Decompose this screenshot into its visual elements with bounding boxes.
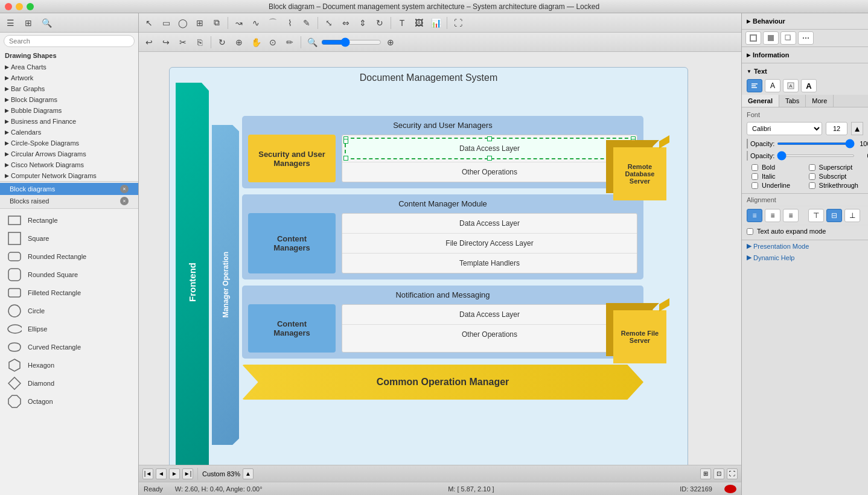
subscript-check[interactable] (809, 173, 815, 180)
opacity-slider2[interactable] (777, 155, 855, 157)
close-button[interactable] (5, 3, 12, 10)
tab-more[interactable]: More (806, 95, 834, 107)
shape-square[interactable]: Square (0, 229, 138, 248)
font-size-up[interactable]: ▲ (851, 122, 863, 135)
align-middle-btn[interactable]: ⊟ (826, 209, 842, 222)
arc-tool[interactable]: ⌒ (265, 15, 281, 31)
pan-btn[interactable]: ✋ (248, 34, 264, 50)
close-sub-icon[interactable]: × (120, 185, 129, 193)
sidebar-item-circle-spoke[interactable]: ▶ Circle-Spoke Diagrams (0, 138, 138, 148)
rect-tool[interactable]: ▭ (158, 15, 174, 31)
line-tool[interactable]: ⌇ (282, 15, 298, 31)
group-tool[interactable]: ⧉ (209, 15, 225, 31)
shape-diamond[interactable]: Diamond (0, 374, 138, 392)
sub-item-block-diagrams[interactable]: Block diagrams × (0, 183, 138, 195)
font-A-btn[interactable]: A (801, 79, 817, 92)
image-tool[interactable]: 🖼 (411, 15, 427, 31)
flip-v-tool[interactable]: ⇕ (355, 15, 371, 31)
align-right-btn[interactable]: ≡ (783, 209, 799, 222)
stroke-color-btn[interactable] (745, 31, 761, 45)
dynamic-help-link[interactable]: ▶ Dynamic Help (742, 252, 868, 263)
sidebar-item-cisco[interactable]: ▶ Cisco Network Diagrams (0, 159, 138, 170)
tab-tabs[interactable]: Tabs (779, 95, 806, 107)
align-left-text-btn[interactable] (747, 79, 762, 92)
page-next-btn[interactable]: ► (169, 468, 180, 479)
fullscreen-btn[interactable]: ⛶ (727, 468, 738, 479)
presentation-mode-link[interactable]: ▶ Presentation Mode (742, 240, 868, 252)
curve-tool[interactable]: ∿ (248, 15, 264, 31)
font-size-input[interactable]: 12 (826, 122, 847, 135)
underline-check[interactable] (752, 182, 758, 189)
text-tool[interactable]: T (394, 15, 410, 31)
pen-tool[interactable]: ✎ (299, 15, 314, 31)
maximize-button[interactable] (27, 3, 34, 10)
auto-expand-check[interactable] (747, 228, 753, 235)
shape-ellipse[interactable]: Ellipse (0, 320, 138, 338)
align-center-btn[interactable]: ≡ (765, 209, 780, 222)
shadow-btn[interactable] (780, 31, 796, 45)
italic-check[interactable] (752, 173, 758, 180)
sub-item-blocks-raised[interactable]: Blocks raised × (0, 195, 138, 207)
behaviour-header[interactable]: ▶ Behaviour (742, 16, 868, 27)
shape-filleted-rect[interactable]: Filleted Rectangle (0, 284, 138, 302)
shape-circle[interactable]: Circle (0, 302, 138, 320)
pen2-btn[interactable]: ✏ (282, 34, 298, 50)
align-top-btn[interactable]: ⊤ (808, 209, 824, 222)
fit-page-btn[interactable]: ⊡ (713, 468, 724, 479)
text-color-swatch[interactable] (747, 139, 748, 148)
superscript-check[interactable] (809, 164, 815, 171)
copy-btn[interactable]: ⎘ (192, 34, 208, 50)
zoom-fit-btn[interactable]: ⊕ (231, 34, 247, 50)
shape-octagon[interactable]: Octagon (0, 392, 138, 410)
sidebar-item-bubble-diagrams[interactable]: ▶ Bubble Diagrams (0, 105, 138, 116)
shape-hexagon[interactable]: Hexagon (0, 356, 138, 374)
sidebar-item-computer-network[interactable]: ▶ Computer Network Diagrams (0, 170, 138, 181)
fill-color-btn[interactable] (763, 31, 779, 45)
information-header[interactable]: ▶ Information (742, 50, 868, 60)
cut-btn[interactable]: ✂ (175, 34, 191, 50)
table-tool[interactable]: ⊞ (192, 15, 208, 31)
text-bg-swatch[interactable] (747, 151, 748, 161)
sidebar-item-block-diagrams[interactable]: ▶ Block Diagrams (0, 94, 138, 105)
text-header[interactable]: ▼ Text (742, 66, 868, 77)
sidebar-item-calendars[interactable]: ▶ Calendars (0, 127, 138, 138)
rotate-tool[interactable]: ↻ (372, 15, 388, 31)
shape-rounded-rect[interactable]: Rounded Rectangle (0, 248, 138, 266)
zoom-slider[interactable] (321, 37, 381, 47)
canvas[interactable]: Document Management System Frontend Mana… (139, 52, 741, 465)
sidebar-search-toggle[interactable]: 🔍 (39, 15, 54, 31)
connector-tool[interactable]: ↝ (231, 15, 247, 31)
close-sub2-icon[interactable]: × (120, 197, 129, 205)
minimize-button[interactable] (16, 3, 23, 10)
zoom-up-btn[interactable]: ▲ (243, 468, 254, 479)
sidebar-list-view[interactable]: ☰ (2, 15, 18, 31)
paint-btn[interactable]: A (765, 79, 780, 92)
text-bg-btn[interactable]: A (783, 79, 799, 92)
data-access-selected[interactable]: Data Access Layer (345, 138, 634, 159)
redo-btn[interactable]: ↪ (158, 34, 174, 50)
strikethrough-check[interactable] (809, 182, 815, 189)
zoom-controls[interactable]: ⊞ (700, 468, 711, 479)
search-input[interactable] (4, 35, 135, 47)
chart-tool[interactable]: 📊 (428, 15, 444, 31)
resize-tool[interactable]: ⤡ (321, 15, 337, 31)
align-bottom-btn[interactable]: ⊥ (844, 209, 860, 222)
align-left-btn[interactable]: ≡ (747, 209, 762, 222)
fullscreen-tool[interactable]: ⛶ (450, 15, 466, 31)
bold-check[interactable] (752, 164, 758, 171)
more-options-btn[interactable]: ⋯ (798, 31, 814, 45)
sidebar-item-circular-arrows[interactable]: ▶ Circular Arrows Diagrams (0, 148, 138, 159)
refresh-btn[interactable]: ↻ (214, 34, 230, 50)
undo-btn[interactable]: ↩ (141, 34, 157, 50)
font-select[interactable]: Calibri (747, 122, 822, 135)
sidebar-item-area-charts[interactable]: ▶ Area Charts (0, 62, 138, 72)
zoom-in-btn[interactable]: ⊕ (383, 34, 398, 50)
page-prev-btn[interactable]: ◄ (156, 468, 167, 479)
page-first-btn[interactable]: |◄ (142, 468, 153, 479)
magnify-btn[interactable]: ⊙ (265, 34, 281, 50)
opacity-slider1[interactable] (777, 142, 855, 145)
shape-rectangle[interactable]: Rectangle (0, 211, 138, 229)
shape-curved-rect[interactable]: Curved Rectangle (0, 338, 138, 356)
circle-tool[interactable]: ◯ (175, 15, 191, 31)
sidebar-grid-view[interactable]: ⊞ (21, 15, 36, 31)
